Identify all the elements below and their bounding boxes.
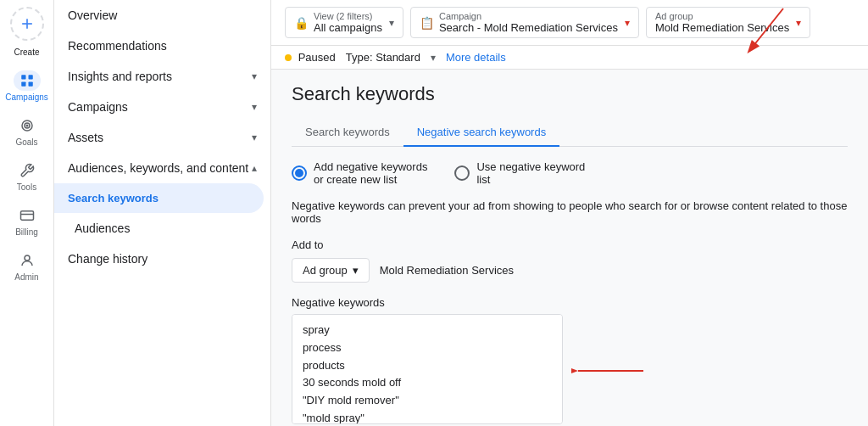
main-content: 🔒 View (2 filters) All campaigns ▾ 📋 Cam… xyxy=(271,0,868,426)
sidebar-recommendations[interactable]: Recommendations xyxy=(54,31,270,61)
create-button[interactable] xyxy=(10,7,44,41)
sidebar-overview[interactable]: Overview xyxy=(54,0,270,31)
radio-group: Add negative keywords or create new list… xyxy=(292,160,848,186)
page-content: Search keywords Search keywords Negative… xyxy=(271,70,868,426)
status-dot xyxy=(285,54,292,61)
chevron-down-icon: ▾ xyxy=(389,17,394,29)
nav-campaigns[interactable]: Campaigns xyxy=(0,64,53,109)
status-type: Type: Standard xyxy=(346,51,420,64)
chevron-down-icon: ▾ xyxy=(431,52,436,64)
add-to-row: Ad group ▾ Mold Remediation Services xyxy=(292,258,848,283)
sidebar-search-keywords[interactable]: Search keywords xyxy=(54,183,264,213)
view-filter-chip[interactable]: 🔒 View (2 filters) All campaigns ▾ xyxy=(285,7,403,38)
chevron-down-icon: ▾ xyxy=(625,17,630,29)
sidebar-audiences-keywords[interactable]: Audiences, keywords, and content ▴ xyxy=(54,153,270,183)
top-bar: 🔒 View (2 filters) All campaigns ▾ 📋 Cam… xyxy=(271,0,868,46)
more-details-link[interactable]: More details xyxy=(446,51,506,64)
add-to-dropdown[interactable]: Ad group ▾ xyxy=(292,258,370,283)
top-bar-wrapper: 🔒 View (2 filters) All campaigns ▾ 📋 Cam… xyxy=(271,0,868,70)
sidebar-campaigns[interactable]: Campaigns ▾ xyxy=(54,92,270,122)
campaign-icon: 📋 xyxy=(420,16,434,30)
svg-rect-3 xyxy=(28,75,32,79)
add-to-target: Mold Remediation Services xyxy=(380,264,514,277)
sidebar-audiences[interactable]: Audiences xyxy=(54,213,270,244)
nav-billing[interactable]: Billing xyxy=(0,199,53,244)
chevron-down-icon: ▾ xyxy=(252,132,257,143)
svg-rect-5 xyxy=(28,82,32,87)
negative-keywords-label: Negative keywords xyxy=(292,296,848,309)
left-nav: Create Campaigns Goals Tools Billing Adm… xyxy=(0,0,54,426)
nav-goals[interactable]: Goals xyxy=(0,109,53,154)
status-bar: Paused Type: Standard ▾ More details xyxy=(271,46,868,70)
chevron-up-icon: ▴ xyxy=(252,162,257,174)
chevron-down-icon: ▾ xyxy=(252,101,257,113)
view-icon: 🔒 xyxy=(294,16,309,30)
nav-tools[interactable]: Tools xyxy=(0,154,53,199)
sidebar: Overview Recommendations Insights and re… xyxy=(54,0,271,426)
adgroup-filter-chip[interactable]: Ad group Mold Remediation Services ▾ xyxy=(646,7,810,38)
tab-search-keywords[interactable]: Search keywords xyxy=(292,119,403,147)
keywords-textarea-wrapper: spray process products 30 seconds mold o… xyxy=(292,314,563,426)
chevron-down-icon: ▾ xyxy=(796,17,801,29)
svg-point-11 xyxy=(25,255,30,261)
sidebar-insights-and-reports[interactable]: Insights and reports ▾ xyxy=(54,61,270,92)
svg-rect-2 xyxy=(21,75,25,79)
sidebar-change-history[interactable]: Change history xyxy=(54,244,270,274)
sidebar-assets[interactable]: Assets ▾ xyxy=(54,122,270,153)
radio-label-use-list: Use negative keyword list xyxy=(476,160,585,186)
radio-use-list[interactable]: Use negative keyword list xyxy=(454,160,585,186)
radio-add-negative[interactable]: Add negative keywords or create new list xyxy=(292,160,427,186)
tabs: Search keywords Negative search keywords xyxy=(292,119,848,147)
status-paused: Paused xyxy=(285,51,336,64)
svg-point-8 xyxy=(25,125,28,127)
add-to-label: Add to xyxy=(292,238,848,251)
nav-admin[interactable]: Admin xyxy=(0,244,53,289)
radio-btn-use-list[interactable] xyxy=(454,165,470,181)
tab-negative-search-keywords[interactable]: Negative search keywords xyxy=(403,119,559,147)
campaign-filter-chip[interactable]: 📋 Campaign Search - Mold Remediation Ser… xyxy=(410,7,639,38)
svg-rect-9 xyxy=(20,211,33,221)
chevron-down-icon: ▾ xyxy=(353,264,359,277)
negative-keywords-input[interactable]: spray process products 30 seconds mold o… xyxy=(292,314,563,424)
info-text: Negative keywords can prevent your ad fr… xyxy=(292,199,848,225)
radio-label-add-negative: Add negative keywords or create new list xyxy=(314,160,427,186)
page-title: Search keywords xyxy=(292,83,848,105)
radio-btn-add-negative[interactable] xyxy=(292,165,307,181)
svg-rect-4 xyxy=(21,82,25,87)
chevron-down-icon: ▾ xyxy=(252,70,257,82)
create-label: Create xyxy=(14,48,39,57)
annotation-arrow-textarea xyxy=(571,362,648,379)
